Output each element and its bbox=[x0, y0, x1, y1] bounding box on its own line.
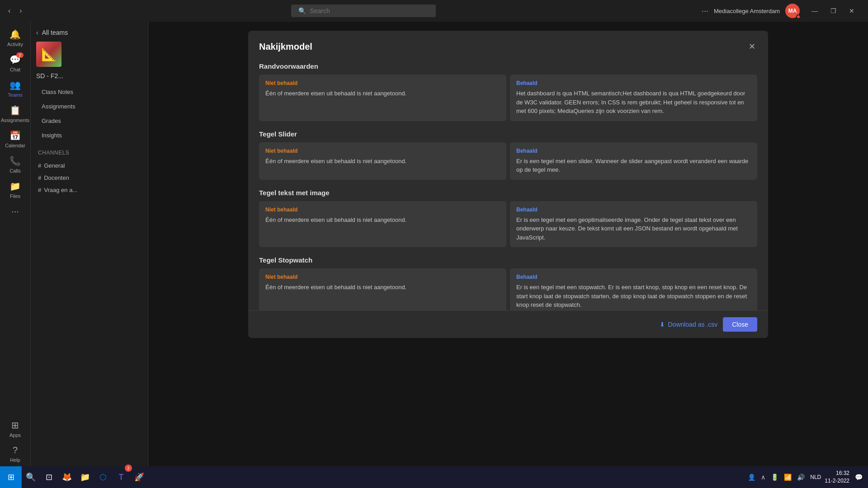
explorer-icon: 📁 bbox=[80, 472, 90, 482]
taskbar-clock[interactable]: 16:32 11-2-2022 bbox=[825, 469, 849, 485]
tray-chevron-icon[interactable]: ∧ bbox=[759, 472, 767, 483]
taskbar-teams[interactable]: T 2 bbox=[112, 466, 130, 488]
nav-insights[interactable]: Insights bbox=[34, 128, 144, 142]
sidebar-item-label: Help bbox=[10, 457, 20, 463]
taskbar-explorer[interactable]: 📁 bbox=[76, 466, 94, 488]
rubric-row-2: Niet behaald Één of meerdere eisen uit b… bbox=[259, 201, 757, 248]
section-title-0: Randvoorwaarden bbox=[259, 62, 757, 70]
channel-general[interactable]: # General bbox=[31, 160, 148, 172]
niet-behaald-label-1: Niet behaald bbox=[265, 148, 500, 154]
sidebar-item-help[interactable]: ? Help bbox=[0, 441, 30, 466]
titlebar: ‹ › 🔍 ··· Mediacollege Amsterdam MA — ❐ … bbox=[0, 0, 868, 22]
modal-close-button[interactable]: ✕ bbox=[747, 40, 757, 53]
avatar-initials: MA bbox=[788, 8, 797, 14]
taskbar-widgets[interactable]: ⊡ bbox=[40, 466, 58, 488]
sidebar-item-files[interactable]: 📁 Files bbox=[0, 177, 30, 202]
activity-icon: 🔔 bbox=[9, 29, 21, 40]
nav-back-button[interactable]: ‹ bbox=[5, 5, 14, 17]
channel-docenten[interactable]: # Docenten bbox=[31, 172, 148, 184]
download-label: Download as .csv bbox=[668, 321, 717, 328]
close-modal-button[interactable]: Close bbox=[723, 317, 757, 332]
avatar-status-badge bbox=[796, 14, 801, 19]
windows-icon: ⊞ bbox=[8, 472, 14, 482]
team-icon: 📐 bbox=[36, 42, 61, 67]
tray-battery-icon[interactable]: 🔋 bbox=[769, 472, 780, 483]
window-controls: — ❐ ✕ bbox=[805, 4, 861, 18]
nav-forward-button[interactable]: › bbox=[16, 5, 25, 17]
search-box[interactable]: 🔍 bbox=[291, 5, 436, 17]
sidebar-item-label: Calendar bbox=[5, 143, 25, 148]
taskbar-vscode[interactable]: ⬡ bbox=[94, 466, 112, 488]
search-input[interactable] bbox=[310, 7, 429, 14]
more-options-button[interactable]: ··· bbox=[702, 6, 708, 16]
rubric-cell-behaald-2: Behaald Er is een tegel met een geoptima… bbox=[510, 201, 757, 248]
niet-behaald-label-0: Niet behaald bbox=[265, 80, 500, 86]
download-icon: ⬇ bbox=[660, 321, 665, 328]
assignments-icon: 📋 bbox=[9, 105, 21, 116]
tray-person-icon[interactable]: 👤 bbox=[746, 472, 757, 483]
rocket-icon: 🚀 bbox=[134, 472, 144, 482]
nav-assignments[interactable]: Assignments bbox=[34, 99, 144, 113]
behaald-label-1: Behaald bbox=[516, 148, 751, 154]
sidebar-item-more[interactable]: ··· bbox=[0, 202, 30, 220]
sidebar-item-apps[interactable]: ⊞ Apps bbox=[0, 416, 30, 441]
niet-behaald-text-2: Één of meerdere eisen uit behaald is nie… bbox=[265, 216, 500, 225]
rubric-cell-behaald-1: Behaald Er is een tegel met een slider. … bbox=[510, 142, 757, 180]
back-button[interactable]: ‹ bbox=[36, 29, 38, 36]
system-tray: 👤 ∧ 🔋 📶 🔊 bbox=[746, 472, 807, 483]
nav-grades[interactable]: Grades bbox=[34, 114, 144, 128]
behaald-label-3: Behaald bbox=[516, 274, 751, 280]
firefox-icon: 🦊 bbox=[62, 472, 72, 482]
close-window-button[interactable]: ✕ bbox=[843, 4, 861, 18]
behaald-label-2: Behaald bbox=[516, 206, 751, 213]
rubric-section-3: Tegel Stopwatch Niet behaald Één of meer… bbox=[259, 256, 757, 310]
sidebar-item-activity[interactable]: 🔔 Activity bbox=[0, 25, 30, 51]
sidebar-item-calendar[interactable]: 📅 Calendar bbox=[0, 127, 30, 152]
niet-behaald-text-1: Één of meerdere eisen uit behaald is nie… bbox=[265, 157, 500, 166]
teams-icon: 👥 bbox=[9, 80, 21, 90]
channel-vraag[interactable]: # Vraag en a... bbox=[31, 184, 148, 196]
all-teams-label: All teams bbox=[42, 29, 68, 36]
help-icon: ? bbox=[13, 445, 18, 455]
modal-title: Nakijkmodel bbox=[259, 42, 312, 52]
download-csv-button[interactable]: ⬇ Download as .csv bbox=[660, 321, 717, 328]
titlebar-right: ··· Mediacollege Amsterdam MA — ❐ ✕ bbox=[702, 4, 861, 18]
behaald-label-0: Behaald bbox=[516, 80, 751, 86]
sidebar-item-teams[interactable]: 👥 Teams bbox=[0, 76, 30, 101]
sidebar-item-label: Assignments bbox=[1, 117, 29, 123]
sidebar-item-chat[interactable]: 💬 2 Chat bbox=[0, 51, 30, 76]
sidebar-item-label: Chat bbox=[10, 67, 20, 72]
minimize-button[interactable]: — bbox=[805, 4, 824, 18]
rubric-cell-niet-behaald-1: Niet behaald Één of meerdere eisen uit b… bbox=[259, 142, 506, 180]
maximize-button[interactable]: ❐ bbox=[824, 4, 843, 18]
taskbar-time: 16:32 bbox=[825, 469, 849, 477]
rubric-cell-niet-behaald-0: Niet behaald Één of meerdere eisen uit b… bbox=[259, 75, 506, 121]
rubric-row-1: Niet behaald Één of meerdere eisen uit b… bbox=[259, 142, 757, 180]
taskbar-rocket[interactable]: 🚀 bbox=[130, 466, 148, 488]
taskbar: ⊞ 🔍 ⊡ 🦊 📁 ⬡ T 2 🚀 👤 ∧ 🔋 📶 🔊 NLD 16:32 11… bbox=[0, 466, 868, 488]
modal-body: Randvoorwaarden Niet behaald Één of meer… bbox=[248, 59, 768, 310]
start-button[interactable]: ⊞ bbox=[0, 466, 22, 488]
sidebar-item-label: Apps bbox=[9, 432, 21, 438]
team-name: SD - F2... bbox=[31, 70, 148, 81]
channel-hash-icon: # bbox=[38, 174, 41, 181]
rubric-section-2: Tegel tekst met image Niet behaald Één o… bbox=[259, 189, 757, 248]
sidebar-item-label: Files bbox=[10, 193, 20, 199]
nav-class-notes[interactable]: Class Notes bbox=[34, 85, 144, 99]
taskbar-search[interactable]: 🔍 bbox=[22, 466, 40, 488]
section-title-3: Tegel Stopwatch bbox=[259, 256, 757, 264]
sidebar-item-calls[interactable]: 📞 Calls bbox=[0, 152, 30, 177]
modal-header: Nakijkmodel ✕ bbox=[248, 31, 768, 59]
files-icon: 📁 bbox=[9, 181, 21, 192]
channel-hash-icon: # bbox=[38, 162, 41, 169]
rubric-cell-niet-behaald-2: Niet behaald Één of meerdere eisen uit b… bbox=[259, 201, 506, 248]
sidebar-item-assignments[interactable]: 📋 Assignments bbox=[0, 101, 30, 127]
tray-network-icon[interactable]: 📶 bbox=[782, 472, 793, 483]
avatar[interactable]: MA bbox=[785, 4, 800, 18]
teams-taskbar-icon: T bbox=[119, 473, 124, 482]
taskbar-firefox[interactable]: 🦊 bbox=[58, 466, 76, 488]
taskbar-date: 11-2-2022 bbox=[825, 477, 849, 485]
notifications-button[interactable]: 💬 bbox=[853, 472, 864, 483]
tray-volume-icon[interactable]: 🔊 bbox=[795, 472, 807, 483]
rubric-section-0: Randvoorwaarden Niet behaald Één of meer… bbox=[259, 62, 757, 121]
